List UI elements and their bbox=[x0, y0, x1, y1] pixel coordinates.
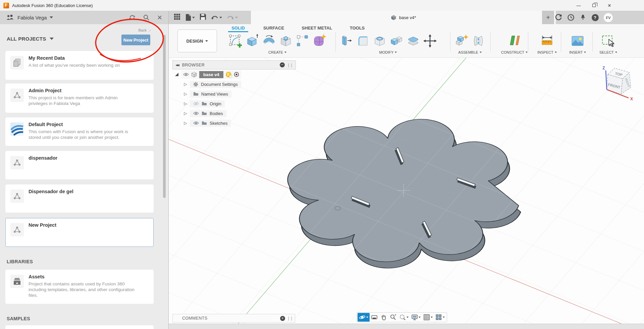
group-label-modify[interactable]: MODIFY bbox=[379, 50, 397, 54]
fillet-icon[interactable] bbox=[356, 33, 370, 49]
add-comment-icon[interactable]: + bbox=[280, 316, 285, 321]
group-label-create[interactable]: CREATE bbox=[268, 50, 286, 54]
browser-minimize-icon[interactable]: – bbox=[280, 62, 285, 67]
close-button[interactable]: ✕ bbox=[602, 0, 617, 11]
grid-snaps-tool[interactable] bbox=[422, 313, 434, 322]
browser-row-bodies[interactable]: ▷ Bodies bbox=[172, 109, 296, 118]
project-card-new-project[interactable]: New Project bbox=[5, 218, 154, 247]
tab-tools[interactable]: TOOLS bbox=[344, 25, 371, 32]
insert-image-icon[interactable] bbox=[570, 33, 585, 49]
library-card-assets[interactable]: Assets Project that contains assets used… bbox=[5, 270, 154, 304]
create-sketch-icon[interactable] bbox=[228, 33, 243, 49]
minimize-button[interactable]: — bbox=[571, 0, 586, 11]
browser-collapse-icon[interactable]: ◀◀ bbox=[175, 63, 179, 67]
group-label-select[interactable]: SELECT bbox=[599, 50, 617, 54]
ribbon-separator bbox=[335, 32, 336, 52]
project-card-default-project[interactable]: Default Project This comes with Fusion a… bbox=[5, 117, 154, 146]
project-card-dispensador[interactable]: dispensador bbox=[5, 151, 154, 179]
activate-radio-icon[interactable] bbox=[234, 72, 239, 77]
undo-button[interactable] bbox=[211, 15, 222, 20]
expand-arrow-icon[interactable]: ▷ bbox=[181, 82, 190, 87]
sample-card-partial[interactable] bbox=[5, 325, 154, 329]
refresh-icon[interactable] bbox=[129, 14, 136, 21]
comments-bar[interactable]: COMMENTS + ❘❘ bbox=[172, 314, 295, 323]
user-avatar[interactable]: FV bbox=[604, 13, 613, 22]
browser-row-named-views[interactable]: ▷ Named Views bbox=[172, 89, 296, 99]
browser-grip-handle[interactable]: ❘❘ bbox=[287, 63, 293, 67]
grid-icon bbox=[423, 314, 430, 321]
tab-solid[interactable]: SOLID bbox=[228, 25, 248, 32]
orbit-tool[interactable] bbox=[358, 313, 370, 322]
project-card-my-recent-data[interactable]: My Recent Data A list of what you've rec… bbox=[5, 51, 154, 80]
ribbon-separator bbox=[490, 32, 491, 52]
select-icon[interactable] bbox=[601, 33, 615, 49]
zoom-window-tool[interactable] bbox=[398, 313, 410, 322]
show-data-panel-icon[interactable] bbox=[174, 13, 180, 21]
group-label-construct[interactable]: CONSTRUCT bbox=[501, 50, 528, 54]
all-projects-dropdown[interactable]: ALL PROJECTS bbox=[7, 36, 54, 42]
samples-section-label: SAMPLES bbox=[7, 316, 30, 321]
data-panel-scrollbar[interactable] bbox=[163, 35, 166, 198]
expand-arrow-icon[interactable]: ▷ bbox=[181, 92, 190, 96]
press-pull-icon[interactable] bbox=[339, 33, 354, 49]
help-icon[interactable]: ? bbox=[591, 13, 599, 21]
notification-bell-icon[interactable] bbox=[579, 13, 587, 21]
expand-triangle-icon[interactable] bbox=[175, 73, 178, 76]
eye-icon[interactable] bbox=[193, 111, 199, 115]
group-label-assemble[interactable]: ASSEMBLE bbox=[458, 50, 481, 54]
hole-icon[interactable] bbox=[278, 33, 293, 49]
new-project-button[interactable]: New Project bbox=[121, 35, 150, 45]
look-at-tool[interactable] bbox=[370, 313, 379, 322]
workspace-switcher[interactable]: DESIGN bbox=[177, 30, 217, 52]
new-document-tab-button[interactable]: + bbox=[542, 11, 554, 24]
create-form-icon[interactable] bbox=[312, 33, 327, 49]
group-label-inspect[interactable]: INSPECT bbox=[537, 50, 557, 54]
redo-button[interactable] bbox=[227, 15, 238, 20]
browser-row-sketches[interactable]: ▷ Sketches bbox=[172, 118, 296, 128]
search-icon[interactable] bbox=[143, 14, 150, 21]
viewport-canvas[interactable]: TOP FRONT RIGHT Z X ◀◀ BROWSER – ❘❘ base… bbox=[168, 58, 644, 324]
root-component-name[interactable]: base v4 bbox=[199, 71, 223, 78]
eye-icon[interactable] bbox=[183, 72, 189, 76]
back-link[interactable]: Back → bbox=[138, 28, 151, 32]
browser-header[interactable]: ◀◀ BROWSER – ❘❘ bbox=[172, 60, 296, 69]
clock-icon[interactable] bbox=[567, 13, 575, 21]
browser-row-document-settings[interactable]: ▷ Document Settings bbox=[172, 79, 296, 89]
document-tab[interactable]: base v4* ✕ bbox=[251, 11, 556, 24]
zoom-tool[interactable] bbox=[388, 313, 398, 322]
project-card-admin-project[interactable]: Admin Project This project is for team m… bbox=[5, 84, 154, 113]
offset-face-icon[interactable] bbox=[406, 33, 421, 49]
move-icon[interactable] bbox=[423, 33, 437, 49]
eye-icon[interactable] bbox=[193, 121, 199, 125]
tab-surface[interactable]: SURFACE bbox=[260, 25, 287, 32]
save-button[interactable] bbox=[200, 13, 206, 21]
restore-button[interactable] bbox=[586, 0, 602, 11]
pan-tool[interactable] bbox=[379, 313, 388, 322]
comments-grip-handle[interactable]: ❘❘ bbox=[287, 316, 293, 321]
extrude-icon[interactable] bbox=[245, 33, 260, 49]
shell-icon[interactable] bbox=[372, 33, 387, 49]
file-menu-button[interactable] bbox=[185, 14, 195, 21]
measure-icon[interactable] bbox=[540, 33, 554, 49]
eye-hidden-icon[interactable] bbox=[193, 102, 199, 106]
display-settings-tool[interactable] bbox=[410, 313, 422, 322]
combine-icon[interactable] bbox=[389, 33, 404, 49]
viewports-tool[interactable] bbox=[434, 313, 446, 322]
joint-icon[interactable] bbox=[471, 33, 486, 49]
group-label-insert[interactable]: INSERT bbox=[569, 50, 586, 54]
expand-arrow-icon[interactable]: ▷ bbox=[181, 111, 190, 116]
job-status-icon[interactable] bbox=[554, 13, 562, 21]
tab-sheet-metal[interactable]: SHEET METAL bbox=[297, 25, 337, 32]
hub-chevron-icon[interactable] bbox=[50, 16, 53, 20]
construct-plane-icon[interactable] bbox=[507, 33, 522, 49]
new-component-icon[interactable] bbox=[454, 33, 469, 49]
browser-root-row[interactable]: base v4 F bbox=[172, 70, 296, 79]
pattern-icon[interactable] bbox=[295, 33, 310, 49]
close-panel-icon[interactable]: ✕ bbox=[157, 14, 162, 21]
revolve-icon[interactable] bbox=[262, 33, 276, 49]
expand-arrow-icon[interactable]: ▷ bbox=[181, 121, 190, 125]
hub-name[interactable]: Fabiola Vega bbox=[17, 15, 47, 20]
project-card-dispensador-de-gel[interactable]: Dispensador de gel bbox=[5, 184, 154, 213]
browser-row-origin[interactable]: ▷ Origin bbox=[172, 99, 296, 108]
expand-arrow-icon[interactable]: ▷ bbox=[181, 101, 190, 106]
